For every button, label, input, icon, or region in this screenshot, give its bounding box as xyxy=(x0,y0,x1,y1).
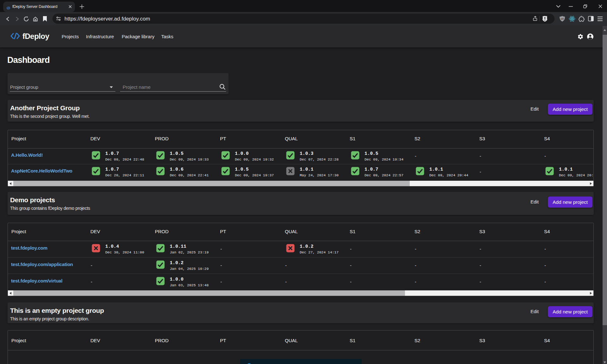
svg-text:uO: uO xyxy=(561,18,564,20)
